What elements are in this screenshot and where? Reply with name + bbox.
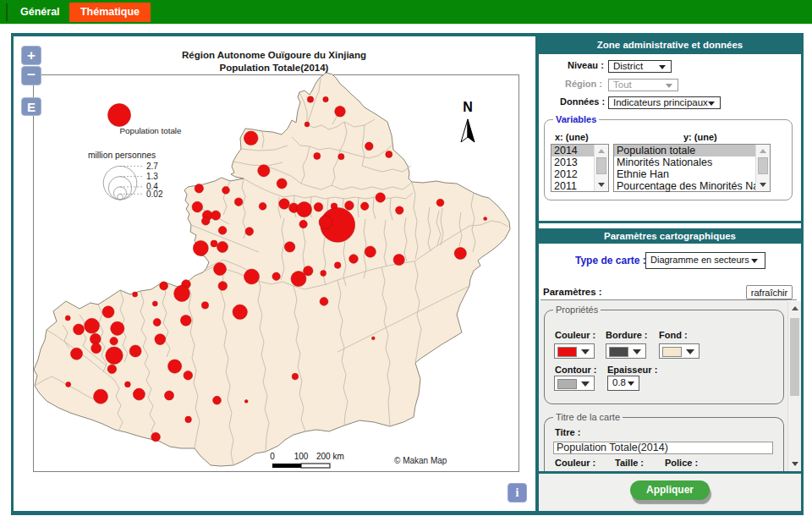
svg-text:Population Totale(2014): Population Totale(2014) — [220, 63, 329, 73]
svg-text:200 km: 200 km — [316, 452, 344, 461]
svg-text:© Makan Map: © Makan Map — [394, 456, 447, 465]
svg-text:1.3: 1.3 — [146, 172, 158, 181]
svg-text:Région Autonome Ouïgoure du Xi: Région Autonome Ouïgoure du Xinjiang — [182, 50, 366, 60]
svg-text:2.7: 2.7 — [146, 162, 158, 171]
svg-text:0: 0 — [270, 452, 275, 461]
svg-text:N: N — [463, 100, 473, 114]
svg-text:100: 100 — [294, 452, 309, 461]
svg-text:Population totale: Population totale — [120, 126, 183, 135]
svg-text:million personnes: million personnes — [88, 151, 156, 160]
svg-text:0.02: 0.02 — [146, 189, 163, 199]
